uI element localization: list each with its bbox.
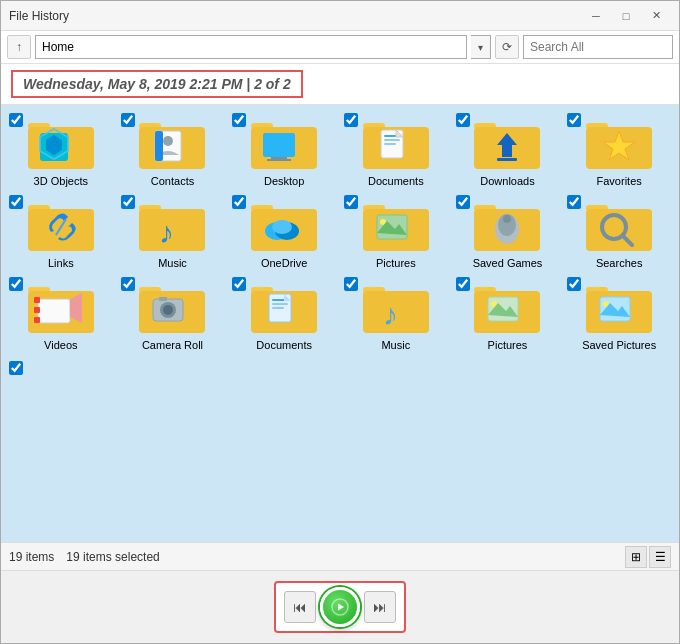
folder-icon-favorites (584, 115, 654, 173)
items-count: 19 items (9, 550, 54, 564)
folder-item-documents[interactable]: Documents (340, 109, 452, 191)
folder-checkbox-documents[interactable] (344, 113, 358, 127)
folder-checkbox-links[interactable] (9, 195, 23, 209)
svg-point-10 (163, 136, 173, 146)
folder-icon-downloads (472, 115, 542, 173)
folder-checkbox-3d-objects[interactable] (9, 113, 23, 127)
folder-item-saved-pictures[interactable]: Saved Pictures (563, 273, 675, 355)
address-bar: ↑ ▾ ⟳ (1, 31, 679, 64)
folder-name-downloads: Downloads (480, 175, 534, 187)
folder-name-pictures2: Pictures (488, 339, 528, 351)
folder-item-downloads[interactable]: Downloads (452, 109, 564, 191)
folder-icon-links (26, 197, 96, 255)
folder-name-videos: Videos (44, 339, 77, 351)
folder-icon-contacts (137, 115, 207, 173)
large-icon-view-button[interactable]: ⊞ (625, 546, 647, 568)
folder-icon-desktop (249, 115, 319, 173)
folder-name-music: Music (158, 257, 187, 269)
folder-checkbox-searches[interactable] (567, 195, 581, 209)
svg-point-59 (503, 215, 511, 223)
nav-controls-box: ⏮ ⏭ (274, 581, 406, 633)
folder-checkbox-music2[interactable] (344, 277, 358, 291)
folder-name-pictures: Pictures (376, 257, 416, 269)
play-button[interactable] (320, 587, 360, 627)
folder-checkbox-music[interactable] (121, 195, 135, 209)
folder-name-favorites: Favorites (597, 175, 642, 187)
folder-item-3d-objects[interactable]: 3D Objects (5, 109, 117, 191)
svg-rect-29 (497, 158, 517, 161)
folder-checkbox-pictures[interactable] (344, 195, 358, 209)
folder-name-documents: Documents (368, 175, 424, 187)
folder-item-videos[interactable]: Videos (5, 273, 117, 355)
previous-first-button[interactable]: ⏮ (284, 591, 316, 623)
address-input[interactable] (35, 35, 467, 59)
svg-rect-80 (159, 297, 167, 301)
folder-icon-pictures2 (472, 279, 542, 337)
title-bar: File History ─ □ ✕ (1, 1, 679, 31)
folder-item-music2[interactable]: ♪ Music (340, 273, 452, 355)
folder-item-music[interactable]: ♪ Music (117, 191, 229, 273)
folder-name-desktop: Desktop (264, 175, 304, 187)
svg-text:♪: ♪ (383, 298, 398, 331)
folder-name-saved-games: Saved Games (473, 257, 543, 269)
folder-checkbox-desktop[interactable] (232, 113, 246, 127)
folder-checkbox-camera-roll[interactable] (121, 277, 135, 291)
list-view-button[interactable]: ☰ (649, 546, 671, 568)
title-bar-controls: ─ □ ✕ (581, 5, 671, 27)
folder-item-documents2[interactable]: Documents (228, 273, 340, 355)
folder-name-searches: Searches (596, 257, 642, 269)
svg-text:♪: ♪ (159, 216, 174, 249)
folder-item-desktop[interactable]: Desktop (228, 109, 340, 191)
folder-icon-saved-pictures (584, 279, 654, 337)
svg-point-79 (163, 305, 173, 315)
folder-item-pictures2[interactable]: Pictures (452, 273, 564, 355)
selected-count: 19 items selected (66, 550, 159, 564)
folder-item-saved-games[interactable]: Saved Games (452, 191, 564, 273)
next-button[interactable]: ⏭ (364, 591, 396, 623)
folder-item-pictures[interactable]: Pictures (340, 191, 452, 273)
refresh-button[interactable]: ⟳ (495, 35, 519, 59)
folder-icon-music: ♪ (137, 197, 207, 255)
folder-name-saved-pictures: Saved Pictures (582, 339, 656, 351)
play-icon (331, 598, 349, 616)
folder-checkbox-extra[interactable] (9, 361, 23, 375)
folder-name-music2: Music (381, 339, 410, 351)
date-text: Wednesday, May 8, 2019 2:21 PM | 2 of 2 (11, 70, 303, 98)
view-controls: ⊞ ☰ (625, 546, 671, 568)
folder-checkbox-documents2[interactable] (232, 277, 246, 291)
search-input[interactable] (523, 35, 673, 59)
folder-item-onedrive[interactable]: OneDrive (228, 191, 340, 273)
folder-checkbox-videos[interactable] (9, 277, 23, 291)
folder-item-camera-roll[interactable]: Camera Roll (117, 273, 229, 355)
svg-rect-23 (384, 139, 400, 141)
folder-checkbox-favorites[interactable] (567, 113, 581, 127)
svg-rect-68 (38, 299, 70, 323)
folder-item-favorites[interactable]: Favorites (563, 109, 675, 191)
folder-checkbox-downloads[interactable] (456, 113, 470, 127)
maximize-button[interactable]: □ (611, 5, 641, 27)
folder-item-searches[interactable]: Searches (563, 191, 675, 273)
folder-item-links[interactable]: Links (5, 191, 117, 273)
folder-checkbox-saved-pictures[interactable] (567, 277, 581, 291)
up-navigation-button[interactable]: ↑ (7, 35, 31, 59)
folder-item-extra[interactable] (5, 355, 117, 379)
folder-checkbox-contacts[interactable] (121, 113, 135, 127)
svg-rect-73 (34, 317, 40, 323)
file-history-window: File History ─ □ ✕ ↑ ▾ ⟳ Wednesday, May … (0, 0, 680, 644)
file-grid: 3D Objects Contacts (1, 105, 679, 542)
folder-checkbox-pictures2[interactable] (456, 277, 470, 291)
folder-item-contacts[interactable]: Contacts (117, 109, 229, 191)
svg-rect-11 (155, 131, 163, 161)
dropdown-arrow-button[interactable]: ▾ (471, 35, 491, 59)
svg-rect-24 (384, 143, 396, 145)
folder-name-onedrive: OneDrive (261, 257, 307, 269)
close-button[interactable]: ✕ (641, 5, 671, 27)
title-bar-left: File History (9, 9, 69, 23)
minimize-button[interactable]: ─ (581, 5, 611, 27)
folder-name-3d-objects: 3D Objects (34, 175, 88, 187)
folder-checkbox-onedrive[interactable] (232, 195, 246, 209)
navigation-controls: ⏮ ⏭ (1, 570, 679, 643)
folder-checkbox-saved-games[interactable] (456, 195, 470, 209)
date-banner: Wednesday, May 8, 2019 2:21 PM | 2 of 2 (1, 64, 679, 105)
folder-icon-documents (361, 115, 431, 173)
